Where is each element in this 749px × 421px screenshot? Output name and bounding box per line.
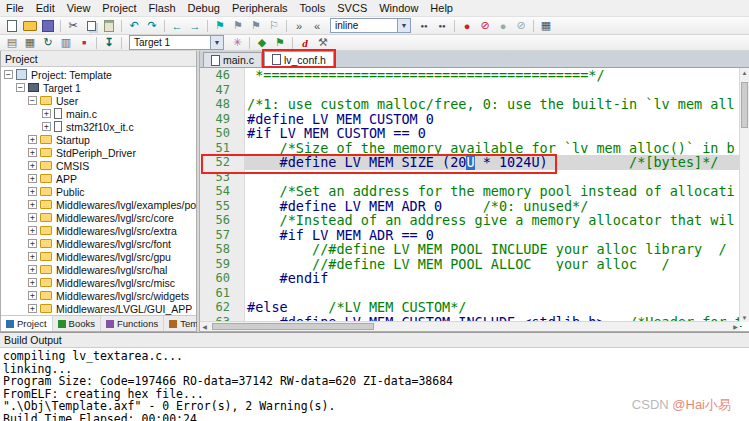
tab-functions[interactable]: Functions (101, 316, 164, 331)
code-line[interactable]: 47 (200, 83, 749, 98)
tree-item[interactable]: Public (1, 185, 196, 198)
expander-icon[interactable] (16, 83, 25, 92)
stop-build-icon[interactable] (75, 36, 93, 50)
tree-item[interactable]: Middlewares/lvgl/examples/porting (1, 198, 196, 211)
translate-icon[interactable] (3, 36, 21, 50)
expander-icon[interactable] (28, 278, 37, 287)
menu-file[interactable]: File (0, 1, 30, 15)
find-in-files-icon[interactable] (415, 19, 433, 33)
breakpoint-margin[interactable] (234, 155, 245, 170)
chevron-down-icon[interactable]: ▼ (397, 19, 410, 32)
breakpoint-margin[interactable] (234, 170, 245, 185)
breakpoint-margin[interactable] (234, 213, 245, 228)
expander-icon[interactable] (4, 70, 13, 79)
insert-breakpoint-icon[interactable] (458, 19, 476, 33)
code-line[interactable]: 61 (200, 286, 749, 301)
expander-icon[interactable] (42, 122, 51, 131)
breakpoint-margin[interactable] (234, 83, 245, 98)
scroll-up-icon[interactable]: ▲ (740, 68, 749, 77)
code-line[interactable]: 55 #define LV_MEM_ADR 0 /*0: unused*/ (200, 199, 749, 214)
expander-icon[interactable] (28, 174, 37, 183)
find-text-combobox[interactable]: inline ▼ (330, 18, 411, 33)
navigate-back-icon[interactable] (168, 19, 186, 33)
paste-icon[interactable] (100, 19, 118, 33)
tree-item[interactable]: Startup (1, 133, 196, 146)
save-icon[interactable] (39, 19, 57, 33)
tree-item[interactable]: Middlewares/lvgl/src/extra (1, 224, 196, 237)
breakpoint-margin[interactable] (234, 271, 245, 286)
menu-flash[interactable]: Flash (143, 1, 182, 15)
code-line[interactable]: 46 *====================================… (200, 68, 749, 83)
menu-edit[interactable]: Edit (30, 1, 61, 15)
tree-item[interactable]: User (1, 94, 196, 107)
code-line[interactable]: 49#define LV_MEM_CUSTOM 0 (200, 112, 749, 127)
breakpoint-margin[interactable] (234, 68, 245, 83)
breakpoint-margin[interactable] (234, 199, 245, 214)
breakpoint-margin[interactable] (234, 126, 245, 141)
menu-peripherals[interactable]: Peripherals (226, 1, 294, 15)
expander-icon[interactable] (28, 252, 37, 261)
breakpoint-margin[interactable] (234, 97, 245, 112)
find-text-value[interactable]: inline (331, 20, 397, 31)
tree-item[interactable]: CMSIS (1, 159, 196, 172)
expander-icon[interactable] (28, 304, 37, 313)
vertical-scrollbar[interactable]: ▲ ▼ (739, 68, 749, 322)
scroll-down-icon[interactable]: ▼ (740, 313, 749, 322)
expander-icon[interactable] (28, 291, 37, 300)
expander-icon[interactable] (28, 135, 37, 144)
tab-lv-conf-h[interactable]: lv_conf.h (264, 51, 334, 67)
options-for-target-icon[interactable] (228, 36, 246, 50)
expander-icon[interactable] (42, 109, 51, 118)
tab-main-c[interactable]: main.c (203, 52, 262, 67)
breakpoint-margin[interactable] (234, 228, 245, 243)
tree-item[interactable]: stm32f10x_it.c (1, 120, 196, 133)
unindent-icon[interactable] (308, 19, 326, 33)
code-line-current[interactable]: 52 #define LV_MEM_SIZE (20U * 1024U) /*[… (200, 155, 749, 170)
expander-icon[interactable] (28, 265, 37, 274)
disable-all-breakpoints-icon[interactable] (512, 19, 530, 33)
tree-item[interactable]: Middlewares/lvgl/src/font (1, 237, 196, 250)
tree-item[interactable]: StdPeriph_Driver (1, 146, 196, 159)
find-icon[interactable] (433, 19, 451, 33)
tree-item[interactable]: Middlewares/lvgl/src/misc (1, 276, 196, 289)
breakpoint-margin[interactable] (234, 112, 245, 127)
breakpoint-margin[interactable] (234, 184, 245, 199)
scroll-left-icon[interactable]: ◀ (200, 322, 209, 331)
menu-help[interactable]: Help (424, 1, 459, 15)
code-area[interactable]: 46 *====================================… (200, 68, 749, 331)
code-line[interactable]: 54 /*Set an address for the memory pool … (200, 184, 749, 199)
navigate-forward-icon[interactable] (186, 19, 204, 33)
target-select-combobox[interactable]: Target 1 ▼ (129, 35, 224, 50)
code-line[interactable]: 59 //#define LV_MEM_POOL_ALLOC your_allo… (200, 257, 749, 272)
build-icon[interactable] (21, 36, 39, 50)
menu-debug[interactable]: Debug (182, 1, 226, 15)
tree-item[interactable]: Middlewares/lvgl/src/gpu (1, 250, 196, 263)
menu-tools[interactable]: Tools (294, 1, 332, 15)
tree-item[interactable]: Middlewares/lvgl/src/core (1, 211, 196, 224)
scroll-right-icon[interactable]: ▶ (731, 322, 740, 331)
tab-books[interactable]: Books (53, 316, 101, 331)
code-line[interactable]: 51 /*Size of the memory available for `l… (200, 141, 749, 156)
code-line[interactable]: 62#else /*LV_MEM_CUSTOM*/ (200, 300, 749, 315)
debug-windows-icon[interactable] (537, 19, 555, 33)
breakpoint-margin[interactable] (234, 300, 245, 315)
rebuild-icon[interactable] (39, 36, 57, 50)
configure-icon[interactable] (314, 36, 332, 50)
code-line[interactable]: 57 #if LV_MEM_ADR == 0 (200, 228, 749, 243)
tree-item[interactable]: Project: Template (1, 68, 196, 81)
breakpoint-margin[interactable] (234, 242, 245, 257)
code-line[interactable]: 53 (200, 170, 749, 185)
tree-item[interactable]: Target 1 (1, 81, 196, 94)
horizontal-scrollbar[interactable]: ◀ ▶ (200, 321, 740, 331)
expander-icon[interactable] (28, 239, 37, 248)
menu-view[interactable]: View (61, 1, 97, 15)
new-file-icon[interactable] (3, 19, 21, 33)
start-stop-debug-icon[interactable] (296, 36, 314, 50)
undo-icon[interactable] (125, 19, 143, 33)
manage-project-items-icon[interactable] (271, 36, 289, 50)
code-line[interactable]: 56 /*Instead of an address give a memory… (200, 213, 749, 228)
menu-svcs[interactable]: SVCS (331, 1, 373, 15)
expander-icon[interactable] (28, 148, 37, 157)
batch-build-icon[interactable] (57, 36, 75, 50)
horizontal-scroll-thumb[interactable] (212, 323, 374, 330)
